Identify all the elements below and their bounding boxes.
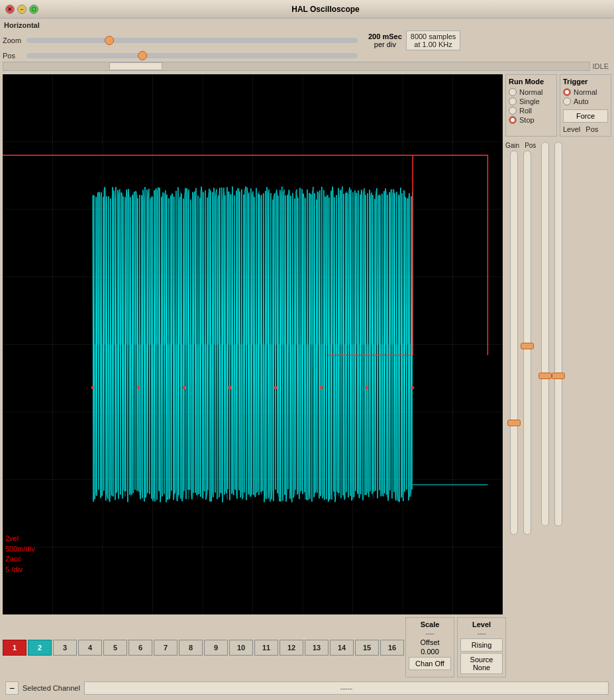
trig-normal-row[interactable]: Normal [563,88,608,96]
run-normal-radio[interactable] [509,88,517,96]
vert-pos-track [523,150,531,535]
zoom-label: Zoom [3,36,23,44]
run-normal-label: Normal [519,88,542,96]
run-mode-box: Run Mode Normal Single Roll [505,74,557,137]
selected-channel-name: ----- [84,681,609,695]
run-stop-row[interactable]: Stop [509,116,554,124]
channel-btn-14[interactable]: 14 [330,640,354,656]
channel-btn-3[interactable]: 3 [53,640,77,656]
trig-pos-track [554,142,562,526]
channel-btn-9[interactable]: 9 [204,640,228,656]
right-panel: Run Mode Normal Single Roll [505,74,611,614]
scroll-thumb[interactable] [109,62,162,70]
channel-btn-15[interactable]: 15 [355,640,379,656]
run-mode-title: Run Mode [509,78,554,86]
trig-auto-radio[interactable] [563,97,571,105]
vert-pos-label: Pos [525,142,536,149]
ch-info-line3: Zacc [5,554,35,564]
pos-thumb[interactable] [138,51,147,60]
window-controls[interactable]: ✕ − □ [5,5,38,14]
full-bottom: 1 2 3 4 5 6 7 8 9 10 11 12 13 14 15 16 S [3,617,611,697]
pos-track [26,53,358,58]
scroll-track[interactable] [3,62,590,71]
scope-area: 2vel 500m/div Zacc 5 /div [3,74,503,614]
top-controls: Horizontal Zoom 200 mSec per div 8000 sa… [3,21,611,72]
time-per-div: 200 mSec [368,32,402,40]
run-single-radio[interactable] [509,97,517,105]
trig-normal-radio[interactable] [563,88,571,96]
gain-thumb[interactable] [507,420,521,426]
close-button[interactable]: ✕ [5,5,15,14]
run-stop-radio[interactable] [509,116,517,124]
level-box: Level ---- Rising Source None [457,617,506,677]
channel-btn-8[interactable]: 8 [179,640,203,656]
zoom-track [26,38,358,43]
minimize-button[interactable]: − [17,5,26,14]
content-row: 2vel 500m/div Zacc 5 /div Run Mode Norma… [3,74,611,614]
trigger-box: Trigger Normal Auto Force Level Pos [560,74,611,137]
channel-btn-12[interactable]: 12 [280,640,303,656]
run-roll-row[interactable]: Roll [509,107,554,115]
channel-btn-5[interactable]: 5 [103,640,127,656]
level-label: Level [563,125,580,133]
run-roll-radio[interactable] [509,107,517,115]
gain-label: Gain [505,142,519,149]
zoom-thumb[interactable] [105,36,114,45]
samples-count: 8000 samples [411,32,456,40]
offset-value: 0.000 [421,648,439,656]
trig-pos-thumb[interactable] [552,373,565,379]
right-panel-bottom: Scale ---- Offset 0.000 Chan Off Level -… [405,617,506,677]
pos-label: Pos [3,52,23,60]
channel-btn-1[interactable]: 1 [3,640,26,656]
channel-btn-11[interactable]: 11 [254,640,278,656]
channel-btn-13[interactable]: 13 [305,640,329,656]
bottom-controls-row: 1 2 3 4 5 6 7 8 9 10 11 12 13 14 15 16 S [3,617,611,677]
ch-info-line2: 500m/div [5,544,35,554]
titlebar: ✕ − □ HAL Oscilloscope [0,0,614,19]
force-button[interactable]: Force [563,109,608,123]
trig-level-thumb[interactable] [538,373,552,379]
channel-btn-10[interactable]: 10 [229,640,253,656]
run-stop-label: Stop [519,116,535,124]
ch-info-line1: 2vel [5,534,35,544]
pos-row: Pos [3,52,611,60]
offset-label: Offset [420,638,439,646]
trig-slider-panel [541,142,562,535]
selected-channel-label: Selected Channel [23,684,80,692]
scroll-row: IDLE [3,61,611,72]
run-single-row[interactable]: Single [509,97,554,105]
sel-ch-minus-button[interactable]: − [5,681,19,695]
channel-btn-16[interactable]: 16 [380,640,404,656]
channel-btn-6[interactable]: 6 [128,640,152,656]
ch-info-line4: 5 /div [5,565,35,575]
source-button[interactable]: Source None [460,653,503,674]
trig-auto-row[interactable]: Auto [563,97,608,105]
window-title: HAL Oscilloscope [42,5,609,14]
vert-pos-thumb[interactable] [521,343,534,349]
scale-title: Scale [421,620,440,628]
trig-level-track [541,142,549,526]
trig-pos-label: Pos [586,125,598,133]
scale-sub: ---- [425,630,434,637]
run-single-label: Single [519,97,540,105]
channel-btn-7[interactable]: 7 [154,640,178,656]
horizontal-label: Horizontal [3,21,611,29]
channel-btn-4[interactable]: 4 [78,640,102,656]
run-normal-row[interactable]: Normal [509,88,554,96]
trig-normal-label: Normal [574,88,597,96]
run-roll-label: Roll [519,107,532,115]
rising-button[interactable]: Rising [460,638,503,652]
level-box-title: Level [472,620,491,628]
chan-off-button[interactable]: Chan Off [409,657,451,670]
gain-track [510,150,518,535]
maximize-button[interactable]: □ [29,5,38,14]
scale-box: Scale ---- Offset 0.000 Chan Off [405,617,454,677]
trigger-title: Trigger [563,78,608,86]
trig-auto-label: Auto [574,97,589,105]
samples-info: 8000 samples at 1.00 KHz [406,30,461,50]
level-box-sub: ---- [477,630,486,637]
channel-info: 2vel 500m/div Zacc 5 /div [5,534,35,575]
idle-status: IDLE [593,62,609,70]
selected-channel-row: − Selected Channel ----- [3,679,611,697]
channel-btn-2[interactable]: 2 [28,640,52,656]
